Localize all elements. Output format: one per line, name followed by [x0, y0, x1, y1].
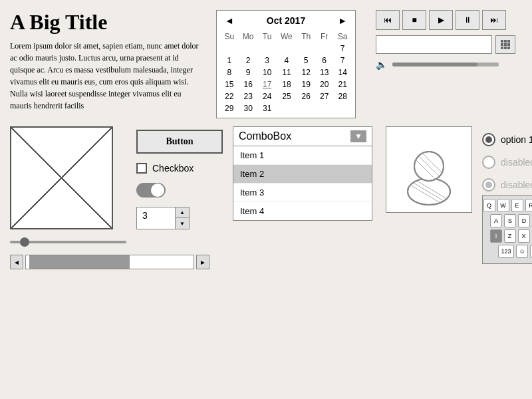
radio-button-1[interactable]: [482, 133, 495, 146]
kb-key-z[interactable]: Z: [504, 229, 516, 243]
volume-track[interactable]: [392, 63, 499, 66]
table-row[interactable]: 30: [239, 102, 258, 114]
kb-key-d[interactable]: D: [518, 214, 530, 227]
big-title: A Big Title: [10, 10, 203, 35]
radio-label-1: option 1: [501, 134, 532, 145]
checkbox-row: Checkbox: [136, 163, 223, 174]
button-widget[interactable]: Button: [136, 130, 223, 154]
table-row[interactable]: 24: [258, 90, 277, 102]
slider-container: [10, 237, 126, 247]
svg-rect-3: [501, 43, 503, 46]
list-item[interactable]: Item 2: [233, 165, 372, 184]
table-row[interactable]: 2: [239, 55, 258, 66]
cal-sat: Sa: [333, 31, 352, 43]
svg-rect-2: [507, 40, 510, 43]
pause-button[interactable]: ⏸: [456, 10, 479, 30]
table-row[interactable]: 5: [297, 55, 315, 66]
kb-key-a[interactable]: A: [490, 214, 502, 227]
cal-tue: Tu: [258, 31, 277, 43]
svg-rect-8: [507, 47, 510, 49]
table-row[interactable]: 22: [220, 90, 239, 102]
radio-selected-indicator-3: [485, 182, 492, 188]
scrollbar-left-arrow[interactable]: ◄: [10, 255, 23, 269]
cal-prev[interactable]: ◄: [221, 14, 237, 27]
svg-rect-5: [507, 43, 510, 46]
table-row[interactable]: 14: [333, 66, 352, 78]
checkbox[interactable]: [136, 163, 147, 174]
combobox-label: ComboBox: [239, 130, 291, 142]
kb-key-w[interactable]: W: [497, 199, 509, 212]
table-row[interactable]: 3: [258, 55, 277, 66]
list-item[interactable]: Item 4: [233, 202, 372, 220]
checkbox-label: Checkbox: [152, 163, 194, 174]
kb-key-r[interactable]: R: [525, 199, 533, 212]
table-row[interactable]: 15: [220, 78, 239, 90]
cal-wed: We: [276, 31, 297, 43]
calendar: ◄ Oct 2017 ► Su Mo Tu We Th Fr Sa: [216, 10, 356, 118]
radio-button-2[interactable]: [482, 156, 495, 169]
table-row[interactable]: 21: [333, 78, 352, 90]
radio-selected-indicator: [485, 136, 492, 143]
table-row[interactable]: 10: [258, 66, 277, 78]
list-item[interactable]: Item 3: [233, 184, 372, 202]
table-row[interactable]: 12: [297, 66, 315, 78]
table-row[interactable]: 7: [333, 55, 352, 66]
table-row[interactable]: 13: [315, 66, 334, 78]
svg-rect-4: [504, 43, 507, 46]
cal-title: Oct 2017: [267, 15, 305, 26]
table-row[interactable]: 25: [276, 90, 297, 102]
kb-key-123[interactable]: 123: [498, 245, 514, 258]
svg-rect-0: [501, 40, 503, 43]
play-button[interactable]: ▶: [429, 10, 453, 30]
table-row[interactable]: 23: [239, 90, 258, 102]
table-row[interactable]: 18: [276, 78, 297, 90]
kb-key-s[interactable]: S: [504, 214, 516, 227]
table-row[interactable]: 16: [239, 78, 258, 90]
kb-key-x[interactable]: X: [518, 229, 530, 243]
cal-mon: Mo: [239, 31, 258, 43]
rewind-button[interactable]: ⏮: [376, 10, 400, 30]
table-row[interactable]: 20: [315, 78, 334, 90]
combobox-header[interactable]: ComboBox ▼: [233, 126, 372, 146]
table-row[interactable]: 4: [276, 55, 297, 66]
cal-thu: Th: [297, 31, 315, 43]
search-input[interactable]: [376, 35, 492, 54]
spinner-down[interactable]: ▼: [176, 218, 189, 229]
toggle-thumb: [151, 184, 164, 197]
scrollbar-track[interactable]: [25, 255, 194, 269]
radio-button-3[interactable]: [482, 178, 495, 192]
table-row[interactable]: 6: [315, 55, 334, 66]
table-row[interactable]: 28: [333, 90, 352, 102]
table-row[interactable]: 8: [220, 66, 239, 78]
svg-rect-1: [504, 40, 507, 43]
radio-option-2: disabled: [482, 156, 532, 169]
kb-key-e[interactable]: E: [511, 199, 523, 212]
kb-key-emoji[interactable]: ☺: [516, 245, 528, 258]
table-row[interactable]: 7: [333, 43, 352, 55]
table-row[interactable]: 9: [239, 66, 258, 78]
toggle[interactable]: [136, 183, 166, 198]
table-row[interactable]: 19: [297, 78, 315, 90]
table-row[interactable]: 1: [220, 55, 239, 66]
table-row[interactable]: 27: [315, 90, 334, 102]
kb-key-q[interactable]: Q: [483, 199, 495, 212]
table-row[interactable]: 11: [276, 66, 297, 78]
svg-line-13: [399, 178, 444, 205]
table-row[interactable]: 26: [297, 90, 315, 102]
table-row[interactable]: 29: [220, 102, 239, 114]
horizontal-slider[interactable]: [10, 241, 126, 243]
scrollbar-thumb: [29, 255, 130, 269]
table-row[interactable]: 17: [258, 78, 277, 90]
table-row[interactable]: 31: [258, 102, 277, 114]
list-item[interactable]: Item 1: [233, 146, 372, 165]
combobox-arrow-icon: ▼: [350, 130, 366, 142]
slider-thumb[interactable]: [20, 237, 29, 247]
forward-button[interactable]: ⏭: [482, 10, 506, 30]
cal-next[interactable]: ►: [334, 14, 350, 27]
spinner-up[interactable]: ▲: [176, 207, 189, 218]
kb-key-shift[interactable]: ⇧: [490, 229, 502, 243]
svg-rect-6: [501, 47, 503, 49]
grid-icon[interactable]: [495, 35, 515, 54]
stop-button[interactable]: ■: [402, 10, 426, 30]
volume-icon: 🔈: [376, 59, 387, 70]
